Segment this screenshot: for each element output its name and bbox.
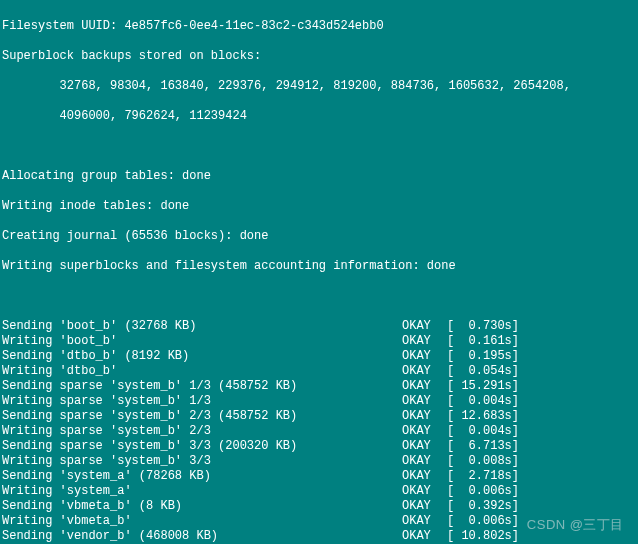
operation-label: Writing 'system_a' bbox=[2, 484, 402, 499]
operation-status: OKAY bbox=[402, 499, 447, 514]
operation-label: Writing sparse 'system_b' 1/3 bbox=[2, 394, 402, 409]
operation-row: Sending 'vbmeta_b' (8 KB)OKAY [ 0.392s] bbox=[2, 499, 636, 514]
operation-status: OKAY bbox=[402, 334, 447, 349]
operation-time: [ 0.006s] bbox=[447, 514, 519, 529]
operation-time: [ 15.291s] bbox=[447, 379, 519, 394]
operation-time: [ 0.054s] bbox=[447, 364, 519, 379]
operation-status: OKAY bbox=[402, 514, 447, 529]
operation-status: OKAY bbox=[402, 484, 447, 499]
operation-label: Writing sparse 'system_b' 2/3 bbox=[2, 424, 402, 439]
blank-line bbox=[2, 139, 636, 154]
text-line: Filesystem UUID: 4e857fc6-0ee4-11ec-83c2… bbox=[2, 19, 636, 34]
operation-list: Sending 'boot_b' (32768 KB)OKAY [ 0.730s… bbox=[2, 319, 636, 544]
operation-status: OKAY bbox=[402, 364, 447, 379]
text-line: 4096000, 7962624, 11239424 bbox=[2, 109, 636, 124]
operation-time: [ 2.718s] bbox=[447, 469, 519, 484]
operation-row: Writing 'dtbo_b'OKAY [ 0.054s] bbox=[2, 364, 636, 379]
operation-status: OKAY bbox=[402, 409, 447, 424]
operation-time: [ 0.008s] bbox=[447, 454, 519, 469]
terminal-output: Filesystem UUID: 4e857fc6-0ee4-11ec-83c2… bbox=[0, 0, 638, 544]
operation-row: Sending 'boot_b' (32768 KB)OKAY [ 0.730s… bbox=[2, 319, 636, 334]
operation-status: OKAY bbox=[402, 349, 447, 364]
operation-row: Writing sparse 'system_b' 2/3OKAY [ 0.00… bbox=[2, 424, 636, 439]
operation-label: Sending 'vbmeta_b' (8 KB) bbox=[2, 499, 402, 514]
operation-label: Sending 'boot_b' (32768 KB) bbox=[2, 319, 402, 334]
operation-label: Sending sparse 'system_b' 3/3 (200320 KB… bbox=[2, 439, 402, 454]
operation-status: OKAY bbox=[402, 394, 447, 409]
operation-time: [ 0.004s] bbox=[447, 394, 519, 409]
operation-time: [ 0.392s] bbox=[447, 499, 519, 514]
operation-status: OKAY bbox=[402, 454, 447, 469]
operation-row: Writing 'boot_b'OKAY [ 0.161s] bbox=[2, 334, 636, 349]
operation-row: Writing 'system_a'OKAY [ 0.006s] bbox=[2, 484, 636, 499]
operation-time: [ 12.683s] bbox=[447, 409, 519, 424]
operation-label: Sending 'system_a' (78268 KB) bbox=[2, 469, 402, 484]
operation-label: Writing sparse 'system_b' 3/3 bbox=[2, 454, 402, 469]
operation-time: [ 0.730s] bbox=[447, 319, 519, 334]
operation-status: OKAY bbox=[402, 379, 447, 394]
operation-status: OKAY bbox=[402, 529, 447, 544]
operation-time: [ 6.713s] bbox=[447, 439, 519, 454]
operation-label: Sending sparse 'system_b' 2/3 (458752 KB… bbox=[2, 409, 402, 424]
operation-status: OKAY bbox=[402, 424, 447, 439]
text-line: 32768, 98304, 163840, 229376, 294912, 81… bbox=[2, 79, 636, 94]
operation-time: [ 0.006s] bbox=[447, 484, 519, 499]
operation-label: Sending sparse 'system_b' 1/3 (458752 KB… bbox=[2, 379, 402, 394]
operation-label: Sending 'dtbo_b' (8192 KB) bbox=[2, 349, 402, 364]
text-line: Creating journal (65536 blocks): done bbox=[2, 229, 636, 244]
operation-label: Writing 'vbmeta_b' bbox=[2, 514, 402, 529]
operation-row: Sending sparse 'system_b' 3/3 (200320 KB… bbox=[2, 439, 636, 454]
blank-line bbox=[2, 289, 636, 304]
operation-row: Writing sparse 'system_b' 3/3OKAY [ 0.00… bbox=[2, 454, 636, 469]
text-line: Superblock backups stored on blocks: bbox=[2, 49, 636, 64]
operation-row: Writing sparse 'system_b' 1/3OKAY [ 0.00… bbox=[2, 394, 636, 409]
text-line: Writing inode tables: done bbox=[2, 199, 636, 214]
text-line: Allocating group tables: done bbox=[2, 169, 636, 184]
operation-status: OKAY bbox=[402, 319, 447, 334]
operation-time: [ 0.004s] bbox=[447, 424, 519, 439]
operation-row: Sending 'system_a' (78268 KB)OKAY [ 2.71… bbox=[2, 469, 636, 484]
operation-row: Sending 'dtbo_b' (8192 KB)OKAY [ 0.195s] bbox=[2, 349, 636, 364]
text-line: Writing superblocks and filesystem accou… bbox=[2, 259, 636, 274]
operation-time: [ 10.802s] bbox=[447, 529, 519, 544]
watermark: CSDN @三丁目 bbox=[527, 517, 624, 532]
operation-time: [ 0.161s] bbox=[447, 334, 519, 349]
operation-row: Sending sparse 'system_b' 1/3 (458752 KB… bbox=[2, 379, 636, 394]
operation-row: Sending sparse 'system_b' 2/3 (458752 KB… bbox=[2, 409, 636, 424]
operation-label: Writing 'dtbo_b' bbox=[2, 364, 402, 379]
operation-time: [ 0.195s] bbox=[447, 349, 519, 364]
operation-label: Sending 'vendor_b' (468008 KB) bbox=[2, 529, 402, 544]
operation-status: OKAY bbox=[402, 469, 447, 484]
operation-label: Writing 'boot_b' bbox=[2, 334, 402, 349]
operation-status: OKAY bbox=[402, 439, 447, 454]
